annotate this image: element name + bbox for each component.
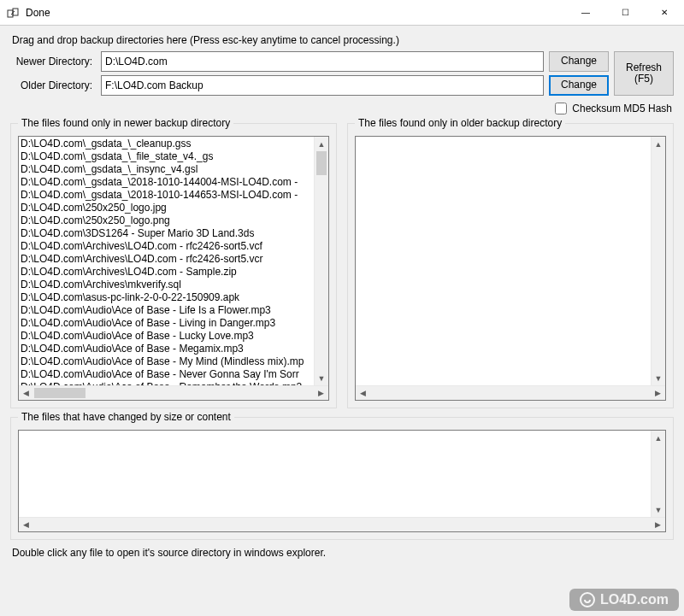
window-title: Done (26, 7, 566, 19)
minimize-button[interactable]: — (566, 0, 605, 25)
newer-only-group: The files found only in newer backup dir… (10, 123, 337, 408)
titlebar: Done — ☐ ✕ (0, 0, 684, 26)
newer-directory-input[interactable] (101, 51, 544, 72)
list-item[interactable]: D:\LO4D.com\Audio\Ace of Base - Lucky Lo… (21, 330, 314, 343)
list-item[interactable]: D:\LO4D.com\Audio\Ace of Base - Never Go… (21, 368, 314, 381)
changed-group: The files that have changed by size or c… (10, 417, 674, 540)
newer-directory-label: Newer Directory: (10, 51, 96, 72)
horizontal-scrollbar[interactable]: ◀ ▶ (19, 385, 328, 400)
older-only-title: The files found only in older backup dir… (355, 117, 565, 129)
changed-listbox[interactable]: ▲ ▼ ◀ ▶ (18, 430, 666, 532)
list-item[interactable]: D:\LO4D.com\Audio\Ace of Base - Living i… (21, 317, 314, 330)
watermark: LO4D.com (569, 589, 679, 611)
checksum-checkbox[interactable] (555, 103, 567, 114)
list-item[interactable]: D:\LO4D.com\Audio\Ace of Base - Life Is … (21, 304, 314, 317)
list-item[interactable]: D:\LO4D.com\asus-pc-link-2-0-0-22-150909… (21, 291, 314, 304)
directory-grid: Newer Directory: Change Refresh (F5) Old… (10, 51, 674, 96)
list-item[interactable]: D:\LO4D.com\Archives\LO4D.com - rfc2426-… (21, 240, 314, 253)
newer-only-title: The files found only in newer backup dir… (18, 117, 233, 129)
instruction-text: Drag and drop backup directories here (P… (10, 34, 674, 46)
svg-point-2 (581, 593, 594, 607)
newer-only-listbox[interactable]: D:\LO4D.com\_gsdata_\_cleanup.gssD:\LO4D… (18, 136, 329, 401)
changed-list[interactable] (19, 431, 651, 517)
scroll-down-icon[interactable]: ▼ (652, 502, 665, 517)
older-directory-input[interactable] (101, 75, 544, 96)
content-area: Drag and drop backup directories here (P… (0, 26, 684, 616)
scroll-left-icon[interactable]: ◀ (19, 389, 33, 397)
change-older-button[interactable]: Change (549, 75, 609, 96)
scroll-right-icon[interactable]: ▶ (314, 389, 328, 397)
list-item[interactable]: D:\LO4D.com\_gsdata_\_file_state_v4._gs (21, 150, 314, 163)
newer-only-list[interactable]: D:\LO4D.com\_gsdata_\_cleanup.gssD:\LO4D… (19, 137, 314, 385)
older-only-group: The files found only in older backup dir… (347, 123, 674, 408)
scroll-down-icon[interactable]: ▼ (315, 371, 328, 385)
checksum-label: Checksum MD5 Hash (572, 103, 672, 114)
list-item[interactable]: D:\LO4D.com\_gsdata_\2018-1010-144004-MS… (21, 176, 314, 189)
watermark-text: LO4D.com (600, 592, 669, 607)
list-item[interactable]: D:\LO4D.com\Archives\LO4D.com - Sample.z… (21, 266, 314, 279)
checksum-row: Checksum MD5 Hash (10, 103, 674, 114)
scroll-up-icon[interactable]: ▲ (652, 137, 665, 151)
scroll-right-icon[interactable]: ▶ (651, 520, 665, 529)
older-only-list[interactable] (356, 137, 651, 385)
vertical-scrollbar[interactable]: ▲ ▼ (314, 137, 328, 385)
list-item[interactable]: D:\LO4D.com\_gsdata_\2018-1010-144653-MS… (21, 189, 314, 202)
changed-title: The files that have changed by size or c… (18, 411, 234, 423)
vertical-scrollbar[interactable]: ▲ ▼ (651, 431, 665, 517)
list-item[interactable]: D:\LO4D.com\Audio\Ace of Base - Megamix.… (21, 343, 314, 355)
close-button[interactable]: ✕ (645, 0, 684, 25)
hscroll-thumb[interactable] (34, 388, 86, 398)
list-item[interactable]: D:\LO4D.com\Audio\Ace of Base - My Mind … (21, 355, 314, 368)
older-directory-label: Older Directory: (10, 75, 96, 96)
scroll-left-icon[interactable]: ◀ (19, 520, 33, 529)
change-newer-button[interactable]: Change (549, 51, 609, 72)
list-item[interactable]: D:\LO4D.com\Archives\LO4D.com - rfc2426-… (21, 253, 314, 266)
list-item[interactable]: D:\LO4D.com\Archives\mkverify.sql (21, 279, 314, 291)
scroll-right-icon[interactable]: ▶ (651, 389, 665, 397)
scroll-left-icon[interactable]: ◀ (356, 389, 370, 397)
list-item[interactable]: D:\LO4D.com\3DS1264 - Super Mario 3D Lan… (21, 227, 314, 240)
older-only-listbox[interactable]: ▲ ▼ ◀ ▶ (355, 136, 666, 401)
list-item[interactable]: D:\LO4D.com\_gsdata_\_insync_v4.gsl (21, 163, 314, 176)
scroll-thumb[interactable] (316, 151, 327, 175)
maximize-button[interactable]: ☐ (605, 0, 645, 25)
list-item[interactable]: D:\LO4D.com\250x250_logo.png (21, 214, 314, 227)
scroll-up-icon[interactable]: ▲ (652, 431, 665, 445)
horizontal-scrollbar[interactable]: ◀ ▶ (356, 385, 665, 400)
groups-row: The files found only in newer backup dir… (10, 123, 674, 408)
footer-help-text: Double click any file to open it's sourc… (10, 547, 674, 559)
horizontal-scrollbar[interactable]: ◀ ▶ (19, 517, 665, 531)
scroll-down-icon[interactable]: ▼ (652, 371, 665, 385)
list-item[interactable]: D:\LO4D.com\_gsdata_\_cleanup.gss (21, 138, 314, 150)
list-item[interactable]: D:\LO4D.com\250x250_logo.jpg (21, 202, 314, 214)
vertical-scrollbar[interactable]: ▲ ▼ (651, 137, 665, 385)
scroll-up-icon[interactable]: ▲ (315, 137, 328, 151)
app-icon (7, 6, 21, 20)
window-controls: — ☐ ✕ (566, 0, 684, 25)
refresh-button[interactable]: Refresh (F5) (614, 51, 674, 96)
